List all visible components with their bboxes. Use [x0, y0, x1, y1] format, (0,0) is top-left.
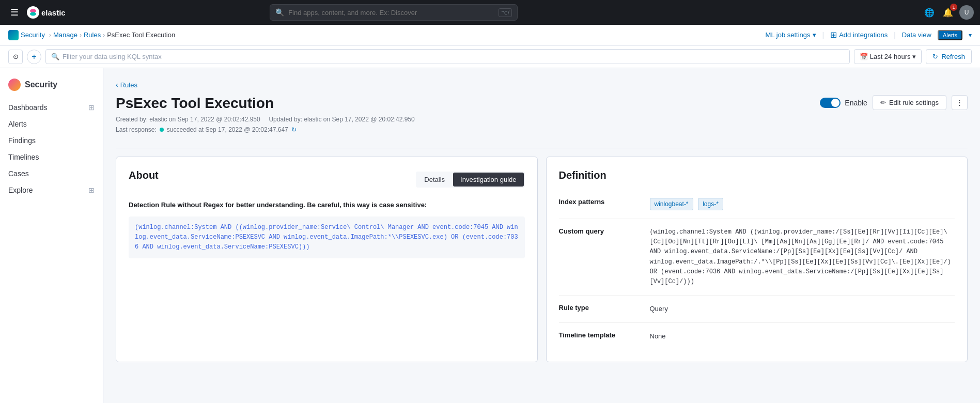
status-refresh-icon[interactable]: ↻ [291, 126, 297, 133]
ml-job-label: ML job settings [766, 31, 811, 39]
sidebar-item-alerts-label: Alerts [8, 120, 27, 128]
def-row-timeline-template: Timeline template None [559, 323, 955, 350]
add-integrations-button[interactable]: ⊞ Add integrations [830, 30, 888, 40]
enable-toggle[interactable]: Enable [820, 98, 867, 108]
refresh-button[interactable]: ↻ Refresh [926, 49, 972, 64]
ml-dropdown-icon: ▾ [813, 31, 816, 39]
last-response-label: Last response: [116, 126, 157, 133]
date-range-button[interactable]: 📅 Last 24 hours ▾ [854, 49, 922, 64]
plus-icon: + [32, 52, 36, 61]
created-by-text: Created by: elastic on Sep 17, 2022 @ 20… [116, 116, 260, 123]
sidebar-item-explore[interactable]: Explore ⊞ [0, 182, 103, 198]
definition-card-title: Definition [559, 169, 955, 181]
alerts-badge-button[interactable]: Alerts [938, 30, 962, 40]
updated-by-text: Updated by: elastic on Sep 17, 2022 @ 20… [269, 116, 414, 123]
globe-icon: 🌐 [924, 8, 935, 17]
tab-details[interactable]: Details [417, 173, 452, 187]
sidebar-header: Security [0, 74, 103, 99]
def-row-custom-query: Custom query (winlog.channel:System AND … [559, 219, 955, 296]
sidebar-nav: Dashboards ⊞ Alerts Findings Timelines C… [0, 99, 103, 198]
custom-query-value: (winlog.channel:System AND ((winlog.prov… [650, 227, 955, 287]
sidebar-logo-icon [8, 79, 21, 91]
about-tab-group: Details Investigation guide [416, 172, 524, 188]
sidebar: Security Dashboards ⊞ Alerts Findings Ti… [0, 68, 103, 403]
custom-query-label: Custom query [559, 227, 642, 287]
timeline-template-value: None [650, 331, 955, 342]
def-row-rule-type: Rule type Query [559, 296, 955, 323]
global-search-bar: 🔍 ⌥/ [270, 4, 518, 21]
refresh-label: Refresh [941, 53, 965, 60]
main-layout: Security Dashboards ⊞ Alerts Findings Ti… [0, 68, 980, 403]
back-arrow-icon: ‹ [116, 81, 118, 89]
kql-search-bar[interactable]: 🔍 Filter your data using KQL syntax [45, 49, 850, 64]
back-link-label: Rules [120, 81, 137, 89]
definition-table: Index patterns winlogbeat-* logs-* Custo… [559, 190, 955, 349]
edit-rule-settings-button[interactable]: ✏ Edit rule settings [873, 95, 946, 110]
ml-job-settings-button[interactable]: ML job settings ▾ [766, 31, 816, 39]
tab-investigation-guide[interactable]: Investigation guide [453, 173, 523, 187]
edit-pencil-icon: ✏ [880, 99, 886, 106]
nav-icons: 🌐 🔔 1 U [922, 5, 974, 20]
data-view-button[interactable]: Data view [902, 31, 931, 39]
more-options-button[interactable]: ⋮ [952, 95, 968, 110]
refresh-icon: ↻ [932, 53, 938, 60]
sidebar-grid-icon-explore: ⊞ [88, 186, 95, 194]
sidebar-item-cases-label: Cases [8, 169, 29, 178]
enable-toggle-switch[interactable] [820, 98, 841, 108]
breadcrumb-rules[interactable]: Rules [84, 31, 101, 39]
add-integrations-label: Add integrations [839, 31, 888, 39]
secondary-bar: ⊙ + 🔍 Filter your data using KQL syntax … [0, 45, 980, 68]
add-integrations-icon: ⊞ [830, 30, 837, 40]
filter-toggle-button[interactable]: ⊙ [8, 50, 23, 64]
sidebar-item-timelines[interactable]: Timelines [0, 149, 103, 165]
about-card-header: About Details Investigation guide [129, 169, 525, 190]
global-search-input[interactable] [288, 9, 494, 17]
sidebar-item-findings[interactable]: Findings [0, 132, 103, 149]
def-row-index-patterns: Index patterns winlogbeat-* logs-* [559, 190, 955, 219]
breadcrumb-manage[interactable]: Manage [53, 31, 77, 39]
hamburger-button[interactable]: ☰ [6, 5, 23, 20]
status-dot-icon [160, 128, 164, 132]
sidebar-item-dashboards-label: Dashboards [8, 103, 48, 112]
sidebar-item-alerts[interactable]: Alerts [0, 116, 103, 132]
breadcrumb-sep-3: › [103, 32, 105, 39]
kql-placeholder-text: Filter your data using KQL syntax [63, 53, 162, 60]
detection-code-block: (winlog.channel:System AND ((winlog.prov… [129, 216, 525, 259]
date-range-label: Last 24 hours [870, 53, 911, 60]
content-grid: About Details Investigation guide Detect… [116, 157, 968, 362]
rule-type-label: Rule type [559, 304, 642, 314]
sidebar-item-cases[interactable]: Cases [0, 165, 103, 182]
avatar-text: U [965, 9, 969, 16]
main-content: ‹ Rules PsExec Tool Execution Created by… [103, 68, 980, 403]
about-card-title: About [129, 169, 159, 181]
index-patterns-label: Index patterns [559, 198, 642, 210]
breadcrumb-sep-1: › [49, 32, 51, 39]
app-logo: elastic [27, 6, 66, 19]
elastic-brand-text: elastic [41, 8, 66, 17]
user-avatar[interactable]: U [959, 5, 974, 20]
search-shortcut-badge: ⌥/ [499, 8, 512, 17]
globe-button[interactable]: 🌐 [922, 6, 937, 20]
index-badge-logs: logs-* [698, 198, 723, 210]
breadcrumbs: Security › Manage › Rules › PsExec Tool … [8, 30, 175, 40]
more-options-icon: ⋮ [956, 99, 963, 106]
add-filter-button[interactable]: + [27, 50, 41, 64]
breadcrumb-security[interactable]: Security [21, 31, 45, 39]
breadcrumb-sep-2: › [80, 32, 82, 39]
timeline-template-label: Timeline template [559, 331, 642, 342]
sidebar-item-dashboards[interactable]: Dashboards ⊞ [0, 99, 103, 116]
definition-card: Definition Index patterns winlogbeat-* l… [546, 157, 968, 362]
alerts-dropdown-button[interactable]: ▾ [969, 32, 972, 39]
notification-badge: 1 [950, 4, 957, 11]
breadcrumb-current: PsExec Tool Execution [107, 31, 175, 39]
svg-point-2 [30, 12, 36, 16]
rule-actions: Enable ✏ Edit rule settings ⋮ [820, 95, 968, 110]
sidebar-title: Security [25, 80, 57, 89]
filter-icon: ⊙ [13, 53, 19, 60]
back-to-rules-link[interactable]: ‹ Rules [116, 81, 968, 89]
calendar-icon: 📅 [860, 53, 868, 60]
breadcrumb-actions: ML job settings ▾ | ⊞ Add integrations |… [766, 30, 972, 40]
elastic-logo-icon [27, 6, 39, 19]
notifications-button[interactable]: 🔔 1 [941, 6, 955, 20]
rule-meta-created: Created by: elastic on Sep 17, 2022 @ 20… [116, 116, 415, 123]
